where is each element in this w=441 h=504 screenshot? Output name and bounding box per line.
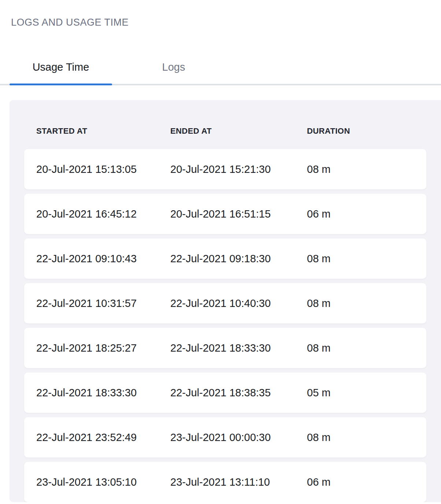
table-row: 22-Jul-2021 10:31:57 22-Jul-2021 10:40:3… <box>24 283 426 323</box>
cell-ended-at: 22-Jul-2021 10:40:30 <box>170 297 307 310</box>
column-header-started-at: STARTED AT <box>36 126 170 136</box>
table-row: 20-Jul-2021 16:45:12 20-Jul-2021 16:51:1… <box>24 194 426 234</box>
cell-ended-at: 20-Jul-2021 16:51:15 <box>170 208 307 220</box>
cell-duration: 08 m <box>307 431 426 444</box>
cell-duration: 08 m <box>307 253 426 265</box>
cell-ended-at: 22-Jul-2021 09:18:30 <box>170 253 307 265</box>
active-tab-indicator <box>10 84 112 85</box>
cell-started-at: 23-Jul-2021 13:05:10 <box>36 476 170 488</box>
cell-duration: 08 m <box>307 342 426 354</box>
tab-logs[interactable]: Logs <box>122 50 225 84</box>
table-row: 22-Jul-2021 18:25:27 22-Jul-2021 18:33:3… <box>24 328 426 368</box>
page-title: LOGS AND USAGE TIME <box>11 17 441 28</box>
cell-started-at: 20-Jul-2021 15:13:05 <box>36 163 170 175</box>
table-row: 22-Jul-2021 23:52:49 23-Jul-2021 00:00:3… <box>24 417 426 457</box>
tab-usage-time[interactable]: Usage Time <box>10 50 112 84</box>
cell-started-at: 22-Jul-2021 10:31:57 <box>36 297 170 310</box>
cell-started-at: 22-Jul-2021 09:10:43 <box>36 253 170 265</box>
tab-logs-label: Logs <box>162 61 185 73</box>
table-row: 22-Jul-2021 09:10:43 22-Jul-2021 09:18:3… <box>24 238 426 279</box>
cell-ended-at: 23-Jul-2021 00:00:30 <box>170 431 307 444</box>
usage-time-panel: STARTED AT ENDED AT DURATION 20-Jul-2021… <box>10 100 441 502</box>
table-header-row: STARTED AT ENDED AT DURATION <box>24 126 426 136</box>
cell-ended-at: 22-Jul-2021 18:33:30 <box>170 342 307 354</box>
cell-duration: 08 m <box>307 297 426 310</box>
cell-started-at: 22-Jul-2021 18:33:30 <box>36 387 170 399</box>
cell-started-at: 20-Jul-2021 16:45:12 <box>36 208 170 220</box>
cell-duration: 06 m <box>307 476 426 488</box>
tabs-bar: Usage Time Logs <box>0 50 441 85</box>
cell-started-at: 22-Jul-2021 23:52:49 <box>36 431 170 444</box>
cell-duration: 06 m <box>307 208 426 220</box>
cell-ended-at: 22-Jul-2021 18:38:35 <box>170 387 307 399</box>
table-row: 22-Jul-2021 18:33:30 22-Jul-2021 18:38:3… <box>24 373 426 413</box>
tab-usage-time-label: Usage Time <box>33 61 89 73</box>
column-header-ended-at: ENDED AT <box>170 126 307 136</box>
table-row: 20-Jul-2021 15:13:05 20-Jul-2021 15:21:3… <box>24 149 426 189</box>
cell-started-at: 22-Jul-2021 18:25:27 <box>36 342 170 354</box>
cell-duration: 08 m <box>307 163 426 175</box>
usage-rows: 20-Jul-2021 15:13:05 20-Jul-2021 15:21:3… <box>24 149 426 502</box>
column-header-duration: DURATION <box>307 126 426 136</box>
cell-duration: 05 m <box>307 387 426 399</box>
cell-ended-at: 20-Jul-2021 15:21:30 <box>170 163 307 175</box>
cell-ended-at: 23-Jul-2021 13:11:10 <box>170 476 307 488</box>
table-row: 23-Jul-2021 13:05:10 23-Jul-2021 13:11:1… <box>24 462 426 502</box>
